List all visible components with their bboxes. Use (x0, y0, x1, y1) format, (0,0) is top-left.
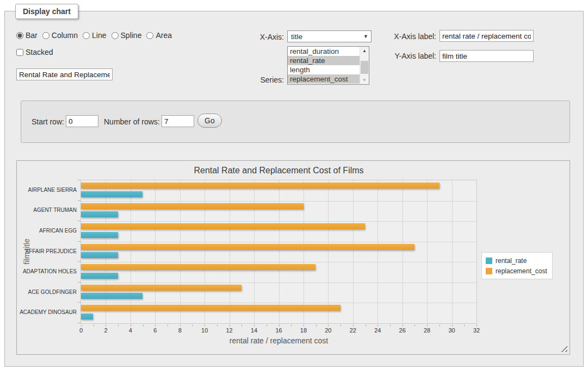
x-axis-tick (242, 324, 242, 327)
scroll-down-icon[interactable]: ▼ (360, 76, 369, 84)
row-range-panel: Start row: Number of rows: Go (21, 101, 570, 143)
y-axis-tick (78, 241, 81, 242)
series-scrollbar[interactable]: ▲ ▼ (360, 47, 369, 84)
series-option-length[interactable]: length (288, 65, 360, 74)
fieldset-legend-title: Display chart (15, 4, 78, 19)
y-gridline (81, 221, 476, 222)
x-gridline (353, 180, 354, 323)
bar-rental_rate (81, 211, 118, 217)
chart-type-radio-column[interactable] (42, 32, 49, 39)
x-gridline (155, 180, 156, 323)
y-axis-tick (78, 200, 81, 201)
series-option-rental_duration[interactable]: rental_duration (288, 47, 360, 56)
category-label: ACE GOLDFINGER (18, 289, 77, 296)
x-axis-tick (316, 324, 317, 327)
chart-title-input[interactable] (16, 68, 113, 80)
y-gridline (81, 262, 476, 262)
category-label: ADAPTATION HOLES (18, 268, 77, 275)
resize-grip-icon[interactable] (561, 346, 567, 352)
bar-rental_rate (81, 273, 118, 279)
x-axis-tick (427, 324, 428, 327)
x-gridline (427, 180, 428, 323)
legend-item-replacement_cost[interactable]: replacement_cost (486, 266, 547, 276)
bar-replacement_cost (81, 203, 304, 209)
x-axis-label-input[interactable] (440, 30, 534, 42)
x-gridline (230, 180, 230, 323)
series-option-rental_rate[interactable]: rental_rate (288, 56, 360, 65)
series-select-label: Series: (234, 76, 284, 84)
y-axis-tick (78, 261, 81, 262)
x-axis-tick (230, 324, 230, 327)
chart-type-option-area[interactable]: Area (146, 31, 172, 40)
bar-rental_rate (81, 252, 118, 258)
chart-type-radio-spline[interactable] (112, 32, 119, 39)
bar-replacement_cost (81, 305, 341, 311)
x-gridline (131, 180, 131, 323)
category-label: AIRPLANE SIERRA (18, 187, 77, 193)
x-tick-label: 26 (399, 327, 406, 334)
legend-item-rental_rate[interactable]: rental_rate (486, 255, 547, 266)
x-axis-tick (291, 324, 292, 327)
x-axis-tick (304, 324, 304, 327)
stacked-option[interactable]: Stacked (16, 48, 53, 57)
y-gridline (81, 242, 476, 242)
x-gridline (452, 180, 453, 323)
x-axis-tick (452, 324, 453, 327)
chart-type-option-column[interactable]: Column (42, 31, 78, 40)
legend-swatch-icon (486, 258, 492, 264)
stacked-label: Stacked (26, 48, 53, 57)
x-gridline (254, 180, 255, 323)
start-row-label: Start row: (32, 117, 64, 126)
x-axis-tick (155, 324, 156, 327)
y-gridline (81, 201, 476, 202)
stacked-checkbox[interactable] (16, 49, 23, 56)
x-gridline (205, 180, 205, 323)
x-axis-tick (390, 324, 391, 327)
x-axis-tick (131, 324, 131, 327)
x-tick-label: 30 (448, 327, 455, 334)
chart-type-radio-bar[interactable] (16, 32, 23, 39)
x-axis-tick (279, 324, 280, 327)
x-axis-tick (217, 324, 218, 327)
y-axis-label-input[interactable] (440, 50, 534, 62)
bar-replacement_cost (81, 264, 315, 270)
x-gridline (304, 180, 304, 323)
chart-container: Rental Rate and Replacement Cost of Film… (16, 160, 570, 355)
x-tick-label: 16 (275, 327, 282, 334)
scrollbar-thumb[interactable] (361, 61, 368, 74)
x-tick-label: 24 (374, 327, 381, 334)
chart-type-label: Area (156, 31, 172, 40)
chart-type-label: Column (52, 31, 78, 40)
chart-type-option-bar[interactable]: Bar (16, 31, 38, 40)
x-tick-label: 12 (226, 327, 233, 334)
x-axis-tick (464, 324, 465, 327)
y-axis-tick (78, 282, 81, 283)
category-label: AGENT TRUMAN (18, 207, 77, 214)
bar-replacement_cost (81, 244, 414, 250)
num-rows-input[interactable] (162, 115, 194, 127)
x-axis-tick (143, 324, 144, 327)
x-tick-label: 14 (251, 327, 257, 334)
x-gridline (328, 180, 329, 323)
x-axis-tick (267, 324, 267, 327)
y-axis-tick (78, 221, 81, 221)
x-axis-select[interactable]: title ▼ (287, 30, 372, 42)
x-axis-tick (180, 324, 181, 327)
chart-type-option-line[interactable]: Line (83, 31, 106, 40)
start-row-input[interactable] (66, 115, 98, 127)
chart-title: Rental Rate and Replacement Cost of Film… (81, 166, 477, 175)
bar-rental_rate (81, 191, 143, 197)
x-tick-label: 28 (424, 327, 430, 334)
chart-type-radio-line[interactable] (83, 32, 90, 39)
x-tick-label: 6 (153, 327, 157, 334)
chart-type-label: Spline (121, 31, 142, 40)
chart-type-option-spline[interactable]: Spline (112, 31, 142, 40)
chart-type-radio-area[interactable] (146, 32, 153, 39)
series-option-replacement_cost[interactable]: replacement_cost (288, 74, 360, 84)
scroll-up-icon[interactable]: ▲ (360, 47, 369, 55)
legend-label: replacement_cost (496, 267, 547, 275)
go-button[interactable]: Go (197, 114, 222, 128)
series-multiselect[interactable]: rental_durationrental_ratelengthreplacem… (287, 46, 369, 85)
category-label: AFFAIR PREJUDICE (18, 248, 77, 255)
bar-rental_rate (81, 313, 93, 319)
